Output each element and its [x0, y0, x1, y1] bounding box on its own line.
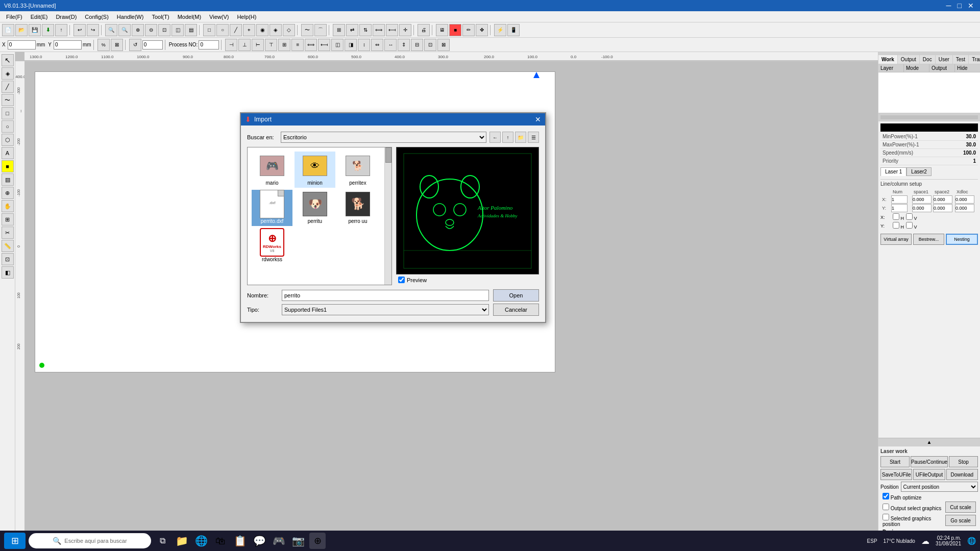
align-btn10[interactable]: ◨ — [345, 39, 357, 51]
pan-tool[interactable]: ✋ — [2, 200, 14, 212]
priority-value[interactable]: 1 — [973, 158, 976, 164]
align-btn17[interactable]: ⊠ — [437, 39, 450, 51]
rect-tool[interactable]: □ — [2, 107, 14, 119]
group-tool[interactable]: ◧ — [2, 266, 14, 279]
color-swatch[interactable] — [880, 123, 978, 132]
zoom-tool[interactable]: ⊕ — [2, 187, 14, 199]
taskbar-store[interactable]: 🛍 — [212, 533, 229, 549]
align-btn6[interactable]: ≡ — [291, 39, 304, 51]
file-minion[interactable]: 👁 minion — [295, 152, 335, 188]
lock-btn[interactable]: % — [97, 39, 110, 51]
angle-input[interactable] — [142, 40, 163, 49]
laser-tab-1[interactable]: Laser 1 — [880, 167, 906, 176]
position-select[interactable]: Current position — [901, 482, 978, 492]
gradient-tool[interactable]: ▤ — [2, 173, 14, 186]
pause-btn[interactable]: Pause/Continue — [911, 456, 948, 467]
file-perritu[interactable]: 🐶 perritu — [295, 190, 335, 226]
export-btn[interactable]: ↑ — [55, 24, 67, 36]
cs-x-num[interactable] — [891, 195, 908, 204]
taskbar-task-view[interactable]: ⧉ — [154, 533, 170, 549]
mirror-y-v-check[interactable] — [906, 222, 913, 229]
taskbar-search-box[interactable]: 🔍 Escribe aquí para buscar — [29, 533, 151, 548]
maxpower-value[interactable]: 30.0 — [966, 142, 976, 147]
line-tool[interactable]: ╱ — [2, 81, 14, 93]
stop-btn[interactable]: Stop — [949, 456, 978, 467]
taskbar-app4[interactable]: 📷 — [290, 533, 306, 549]
bestrew-btn[interactable]: Bestrew... — [913, 234, 944, 245]
tab-user[interactable]: User — [936, 55, 953, 64]
taskbar-edge[interactable]: 🌐 — [193, 533, 209, 549]
zoom-in-btn[interactable]: 🔍 — [105, 24, 117, 36]
vscroll[interactable] — [384, 147, 391, 285]
output-select-check[interactable] — [883, 504, 889, 510]
measure-tool[interactable]: 📏 — [2, 240, 14, 252]
open-btn[interactable]: Open — [493, 289, 539, 302]
align-btn14[interactable]: ⇕ — [398, 39, 410, 51]
cut-tool[interactable]: ✂ — [2, 227, 14, 239]
undo-btn[interactable]: ↩ — [74, 24, 86, 36]
cs-x-space1[interactable] — [912, 195, 932, 204]
tool-btn1[interactable]: ╱ — [230, 24, 242, 36]
cs-y-space1[interactable] — [912, 204, 932, 212]
file-perritex[interactable]: 🐕 perritex — [337, 152, 378, 188]
align-btn16[interactable]: ⊡ — [424, 39, 436, 51]
new-folder-btn[interactable]: 📁 — [515, 132, 526, 143]
minimize-btn[interactable]: ─ — [944, 2, 953, 10]
circ-btn[interactable]: ○ — [216, 24, 229, 36]
x-coord-input[interactable] — [8, 40, 36, 49]
poly-tool[interactable]: ⬡ — [2, 134, 14, 146]
ellipse-tool[interactable]: ○ — [2, 120, 14, 133]
arr-btn3[interactable]: ⟺ — [373, 24, 385, 36]
curve-btn[interactable]: 〜 — [301, 24, 313, 36]
align-btn11[interactable]: ↕ — [358, 39, 370, 51]
arr-btn1[interactable]: ⇄ — [346, 24, 358, 36]
tab-work[interactable]: Work — [878, 55, 898, 64]
align-btn9[interactable]: ◫ — [331, 39, 344, 51]
align-btn12[interactable]: ⇔ — [371, 39, 383, 51]
rotate-btn[interactable]: ↺ — [129, 39, 141, 51]
align-btn13[interactable]: ↔ — [384, 39, 397, 51]
start-btn[interactable]: Start — [880, 456, 910, 467]
nav-up-btn[interactable]: ↑ — [502, 132, 513, 143]
taskbar-explorer[interactable]: 📁 — [174, 533, 190, 549]
savetoufile-btn[interactable]: SaveToUFile — [880, 469, 912, 480]
cs-y-xloc[interactable] — [955, 204, 974, 212]
cs-y-num[interactable] — [891, 204, 908, 212]
cut-scale-btn[interactable]: Cut scale — [945, 502, 976, 513]
menu-model[interactable]: Model(M) — [174, 13, 205, 21]
menu-draw[interactable]: Draw(D) — [52, 13, 81, 21]
tab-output[interactable]: Output — [898, 55, 920, 64]
import-btn[interactable]: ⬇ — [42, 24, 54, 36]
cancel-btn[interactable]: Cancelar — [493, 304, 539, 316]
text-tool[interactable]: A — [2, 147, 14, 159]
vscroll-thumb[interactable] — [385, 147, 391, 163]
line-btn[interactable]: ⌒ — [314, 24, 327, 36]
view-btn[interactable]: ☰ — [528, 132, 539, 143]
output-select-label[interactable]: Output select graphics — [883, 504, 941, 511]
download-btn[interactable]: Download — [946, 469, 978, 480]
path-optimize-label[interactable]: Path optimize — [883, 495, 921, 500]
menu-help[interactable]: Help(H) — [233, 13, 260, 21]
preview-checkbox[interactable] — [398, 277, 405, 283]
laser-btn[interactable]: ⚡ — [494, 24, 506, 36]
layer-table-content[interactable] — [878, 72, 980, 113]
file-perrito-dxf[interactable]: .dxf perrito.dxf — [252, 190, 292, 226]
menu-view[interactable]: View(V) — [205, 13, 233, 21]
tool-btn3[interactable]: ◉ — [256, 24, 268, 36]
zoom-out-btn[interactable]: 🔍 — [118, 24, 131, 36]
rect-btn[interactable]: □ — [203, 24, 215, 36]
tab-doc[interactable]: Doc — [920, 55, 936, 64]
menu-edit[interactable]: Edit(E) — [27, 13, 52, 21]
file-mario[interactable]: 🎮 mario — [252, 152, 292, 188]
plus-btn[interactable]: ✛ — [399, 24, 411, 36]
process-no-input[interactable] — [199, 40, 219, 49]
nombre-input[interactable] — [282, 290, 489, 301]
redo-btn[interactable]: ↪ — [87, 24, 99, 36]
align-btn2[interactable]: ⊥ — [238, 39, 251, 51]
mirror-x-v-check[interactable] — [906, 213, 913, 220]
menu-config[interactable]: Config(S) — [81, 13, 112, 21]
file-perro-uu[interactable]: 🐕 perro uu — [337, 190, 378, 226]
zoom-btn4[interactable]: ⊡ — [158, 24, 170, 36]
path-optimize-check[interactable] — [883, 493, 889, 499]
ufileoutput-btn[interactable]: UFileOutput — [913, 469, 945, 480]
